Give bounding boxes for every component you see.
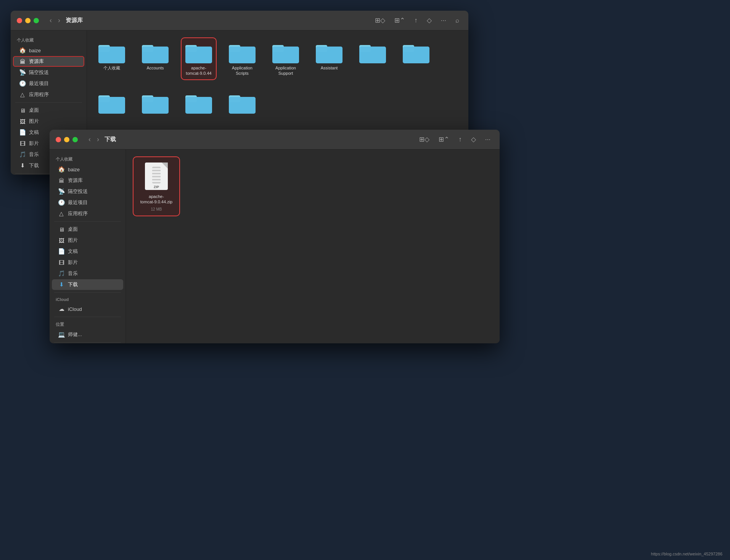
sidebar-label-library: 资源库 <box>29 58 44 65</box>
folder-icon-extra6 <box>229 92 256 114</box>
bottom-sidebar-item-downloads[interactable]: ⬇ 下载 <box>52 279 123 290</box>
svg-rect-11 <box>229 47 256 63</box>
svg-rect-5 <box>142 47 169 63</box>
view-sort-button[interactable]: ⊞⌃ <box>391 15 408 26</box>
url-bar: https://blog.csdn.net/weixin_45297286 <box>651 552 722 556</box>
svg-rect-35 <box>229 97 256 114</box>
more-button[interactable]: ··· <box>438 15 449 26</box>
sidebar-item-library[interactable]: 🏛 资源库 <box>13 56 84 67</box>
minimize-button[interactable] <box>25 18 31 23</box>
svg-rect-14 <box>272 47 299 63</box>
share-button[interactable]: ↑ <box>411 15 421 26</box>
bottom-finder-window: ‹ › 下载 ⊞◇ ⊞⌃ ↑ ◇ ··· 个人收藏 🏠 baize 🏛 资源库 … <box>50 130 500 343</box>
search-button[interactable]: ⌕ <box>452 15 462 26</box>
bottom-minimize-button[interactable] <box>64 137 69 142</box>
back-button[interactable]: ‹ <box>47 15 54 26</box>
traffic-lights <box>17 18 39 23</box>
bottom-music-icon: 🎵 <box>58 270 65 277</box>
library-icon: 🏛 <box>19 58 26 65</box>
sidebar-section-favorites: 个人收藏 <box>11 35 87 45</box>
bottom-downloads-icon: ⬇ <box>58 281 65 288</box>
bottom-sidebar-label-icloud: iCloud <box>68 306 82 312</box>
sidebar-item-photos[interactable]: 🖼 图片 <box>13 116 84 127</box>
bottom-sidebar-section-icloud: iCloud <box>50 295 125 303</box>
folder-appscripts[interactable]: ApplicationScripts <box>225 38 259 79</box>
bottom-sidebar: 个人收藏 🏠 baize 🏛 资源库 📡 隔空投送 🕐 最近项目 △ 应用程序 <box>50 150 126 343</box>
bottom-library-icon: 🏛 <box>58 177 65 184</box>
bottom-sidebar-label-airdrop: 隔空投送 <box>68 188 88 195</box>
folder-icon-accounts <box>142 41 169 63</box>
sidebar-label-apps: 应用程序 <box>29 91 49 98</box>
bottom-sidebar-item-airdrop[interactable]: 📡 隔空投送 <box>52 186 123 197</box>
bottom-sidebar-item-music[interactable]: 🎵 音乐 <box>52 268 123 279</box>
folder-apache[interactable]: apache-tomcat-9.0.44 <box>182 38 216 79</box>
sidebar-item-airdrop[interactable]: 📡 隔空投送 <box>13 67 84 78</box>
bottom-sidebar-label-sijian: 师健... <box>68 331 82 338</box>
bottom-sidebar-item-desktop[interactable]: 🖥 桌面 <box>52 224 123 235</box>
bottom-back-button[interactable]: ‹ <box>86 134 93 145</box>
photos-icon: 🖼 <box>19 118 26 125</box>
bottom-sidebar-item-recents[interactable]: 🕐 最近项目 <box>52 197 123 208</box>
bottom-more-button[interactable]: ··· <box>482 134 494 145</box>
forward-button[interactable]: › <box>56 15 63 26</box>
folder-label-assistant: Assistant <box>321 65 338 71</box>
svg-rect-23 <box>403 47 429 63</box>
bottom-sidebar-item-sijian[interactable]: 💻 师健... <box>52 329 123 340</box>
music-icon: 🎵 <box>19 151 26 158</box>
bottom-share-button[interactable]: ↑ <box>455 134 465 145</box>
bottom-sidebar-section-location: 位置 <box>50 319 125 329</box>
home-icon: 🏠 <box>19 47 26 54</box>
bottom-forward-button[interactable]: › <box>95 134 101 145</box>
sidebar-item-baize[interactable]: 🏠 baize <box>13 45 84 56</box>
bottom-sidebar-item-photos[interactable]: 🖼 图片 <box>52 235 123 246</box>
folder-extra1[interactable] <box>355 38 390 79</box>
folder-personal[interactable]: 个人收藏 <box>95 38 129 79</box>
docs-icon: 📄 <box>19 129 26 136</box>
maximize-button[interactable] <box>34 18 39 23</box>
bottom-sidebar-item-movies[interactable]: 🎞 影片 <box>52 257 123 268</box>
folder-icon-extra5 <box>185 92 212 114</box>
file-apache-zip[interactable]: ZIP apache-tomcat-9.0.44.zip 12 MB <box>133 157 179 216</box>
folder-extra3[interactable] <box>95 89 129 119</box>
folder-extra6[interactable] <box>225 89 259 119</box>
sidebar-item-recents[interactable]: 🕐 最近项目 <box>13 78 84 89</box>
folder-icon-appsupport <box>272 41 299 63</box>
folder-icon-extra4 <box>142 92 169 114</box>
bottom-sidebar-label-music: 音乐 <box>68 270 78 277</box>
folder-label-appscripts: ApplicationScripts <box>232 65 252 76</box>
folder-extra2[interactable] <box>399 38 433 79</box>
top-file-grid: 个人收藏 Accounts <box>95 38 461 119</box>
folder-extra4[interactable] <box>138 89 172 119</box>
nav-buttons: ‹ › <box>47 15 63 26</box>
folder-extra5[interactable] <box>182 89 216 119</box>
folder-assistant[interactable]: Assistant <box>312 38 346 79</box>
bottom-tag-button[interactable]: ◇ <box>468 134 479 145</box>
bottom-sidebar-item-docs[interactable]: 📄 文稿 <box>52 246 123 257</box>
view-grid-button[interactable]: ⊞◇ <box>372 15 388 26</box>
sidebar-item-desktop[interactable]: 🖥 桌面 <box>13 105 84 116</box>
bottom-computer-icon: 💻 <box>58 331 65 338</box>
bottom-sidebar-item-apps[interactable]: △ 应用程序 <box>52 208 123 219</box>
bottom-view-sort-button[interactable]: ⊞⌃ <box>436 134 452 145</box>
folder-appsupport[interactable]: ApplicationSupport <box>269 38 303 79</box>
bottom-sidebar-item-library[interactable]: 🏛 资源库 <box>52 175 123 186</box>
bottom-close-button[interactable] <box>56 137 61 142</box>
bottom-sidebar-label-library: 资源库 <box>68 177 83 184</box>
bottom-sidebar-label-recents: 最近项目 <box>68 199 88 206</box>
sidebar-label-docs: 文稿 <box>29 129 39 136</box>
bottom-sidebar-item-baize[interactable]: 🏠 baize <box>52 164 123 175</box>
zip-badge: ZIP <box>154 185 159 189</box>
sidebar-item-apps[interactable]: △ 应用程序 <box>13 89 84 100</box>
close-button[interactable] <box>17 18 22 23</box>
bottom-sidebar-item-icloud[interactable]: ☁ iCloud <box>52 304 123 314</box>
sidebar-label-music: 音乐 <box>29 151 39 158</box>
folder-accounts[interactable]: Accounts <box>138 38 172 79</box>
top-titlebar: ‹ › 资源库 ⊞◇ ⊞⌃ ↑ ◇ ··· ⌕ <box>11 11 468 31</box>
tag-button[interactable]: ◇ <box>424 15 435 26</box>
svg-rect-32 <box>185 97 212 114</box>
bottom-maximize-button[interactable] <box>72 137 78 142</box>
bottom-view-grid-button[interactable]: ⊞◇ <box>416 134 433 145</box>
bottom-sidebar-label-photos: 图片 <box>68 237 78 244</box>
sidebar-label-airdrop: 隔空投送 <box>29 69 49 76</box>
folder-icon-appscripts <box>229 41 256 63</box>
